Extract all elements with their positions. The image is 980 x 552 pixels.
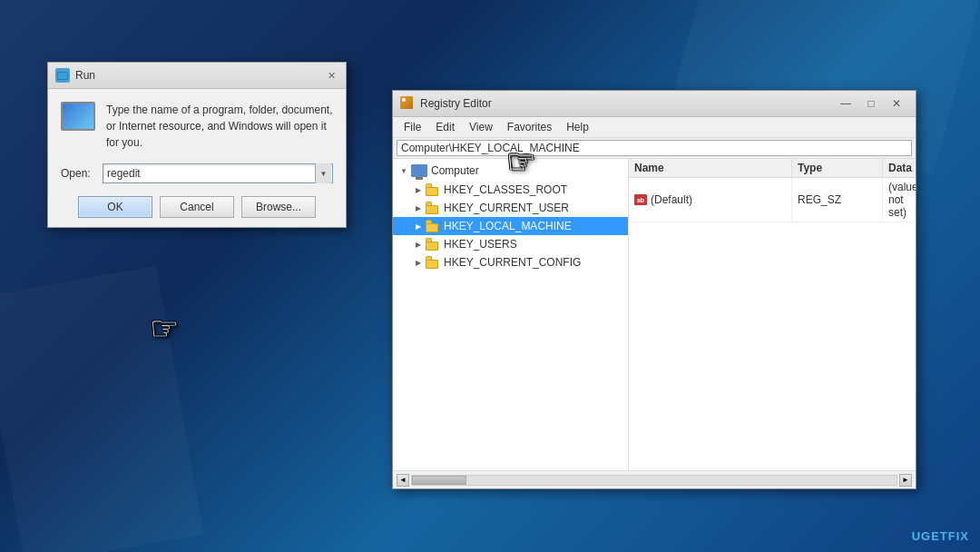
run-dialog-title: Run [75,69,324,82]
values-name-text: (Default) [651,193,692,206]
scrollbar-track[interactable] [411,475,897,486]
computer-expander: ▼ [397,163,411,178]
folder-icon-hkey-users [426,238,440,251]
tree-item-computer[interactable]: ▼ Computer [393,161,628,181]
run-cancel-button[interactable]: Cancel [160,196,234,218]
menu-favorites[interactable]: Favorites [500,119,559,135]
values-header-data[interactable]: Data [883,159,916,177]
run-browse-button[interactable]: Browse... [241,196,316,218]
values-cell-type: REG_SZ [792,178,883,222]
menu-view[interactable]: View [462,119,500,135]
registry-editor-addressbar [393,138,916,159]
registry-editor-icon [400,96,415,111]
run-dialog: Run ✕ Type the name of a program, folder… [47,62,347,228]
watermark-text: GETFIX [921,529,969,543]
run-titlebar: Run ✕ [48,63,346,89]
tree-item-hkey-current-user[interactable]: ▶ HKEY_CURRENT_USER [393,199,628,217]
registry-editor: Registry Editor — □ ✕ File Edit View Fav… [392,90,916,489]
folder-icon-hkey-current-user [426,202,440,214]
run-open-label: Open: [61,167,95,180]
tree-item-hkey-local-machine[interactable]: ▶ HKEY_LOCAL_MACHINE [393,217,628,235]
horizontal-scrollbar: ◄ ► [397,474,912,487]
tree-label-hkey-users: HKEY_USERS [444,238,517,251]
values-header: Name Type Data [629,159,916,178]
run-close-button[interactable]: ✕ [324,68,338,83]
folder-icon-hkey-local-machine [426,220,440,232]
run-info-text: Type the name of a program, folder, docu… [106,102,333,151]
expander-hkey-local-machine: ▶ [411,219,426,233]
scrollbar-thumb[interactable] [412,476,466,485]
run-input-wrapper: ▼ [103,163,333,183]
tree-label-hkey-classes-root: HKEY_CLASSES_ROOT [444,183,567,196]
tree-item-hkey-users[interactable]: ▶ HKEY_USERS [393,235,628,253]
tree-computer-label: Computer [431,164,479,177]
menu-file[interactable]: File [397,119,428,135]
folder-icon-hkey-current-config [426,256,440,269]
expander-hkey-current-config: ▶ [411,255,426,270]
values-header-name[interactable]: Name [629,159,792,177]
tree-item-hkey-current-config[interactable]: ▶ HKEY_CURRENT_CONFIG [393,253,628,271]
watermark-highlight: U [912,529,921,543]
registry-editor-minimize-button[interactable]: — [834,95,858,112]
table-row: ab (Default) REG_SZ (value not set) [629,178,916,222]
computer-icon [411,164,427,177]
watermark: UGETFIX [912,529,969,543]
tree-label-hkey-local-machine: HKEY_LOCAL_MACHINE [444,220,572,232]
tree-item-hkey-classes-root[interactable]: ▶ HKEY_CLASSES_ROOT [393,181,628,199]
run-open-row: Open: ▼ [61,163,333,183]
registry-editor-statusbar: ◄ ► [393,470,916,488]
run-ok-button[interactable]: OK [78,196,152,218]
menu-help[interactable]: Help [559,119,596,135]
run-dialog-body: Type the name of a program, folder, docu… [48,89,346,227]
registry-editor-window-controls: — □ ✕ [834,95,908,112]
registry-editor-maximize-button[interactable]: □ [859,95,883,112]
registry-values-panel: Name Type Data ab (Default) REG_SZ (valu… [629,159,916,470]
registry-editor-title: Registry Editor [420,97,834,110]
run-info-section: Type the name of a program, folder, docu… [61,102,333,151]
expander-hkey-users: ▶ [411,237,426,251]
expander-hkey-classes-root: ▶ [411,182,426,197]
values-header-type[interactable]: Type [792,159,883,177]
run-dropdown-arrow[interactable]: ▼ [315,163,331,183]
registry-tree-panel: ▼ Computer ▶ HKEY_CLASSES_ROOT ▶ [393,159,629,470]
values-cell-name: ab (Default) [629,178,792,222]
tree-label-hkey-current-user: HKEY_CURRENT_USER [444,202,569,214]
run-input[interactable] [103,163,333,183]
registry-editor-menubar: File Edit View Favorites Help [393,117,916,138]
registry-editor-content: ▼ Computer ▶ HKEY_CLASSES_ROOT ▶ [393,159,916,470]
scroll-left-button[interactable]: ◄ [397,474,409,487]
scroll-right-button[interactable]: ► [899,474,912,487]
expander-hkey-current-user: ▶ [411,201,426,215]
tree-label-hkey-current-config: HKEY_CURRENT_CONFIG [444,256,581,269]
run-buttons: OK Cancel Browse... [61,196,333,218]
registry-editor-address-input[interactable] [397,140,912,156]
folder-icon-hkey-classes-root [426,183,440,196]
run-dialog-icon [55,68,70,83]
values-cell-data: (value not set) [883,178,916,222]
registry-editor-titlebar: Registry Editor — □ ✕ [393,91,916,117]
registry-editor-close-button[interactable]: ✕ [885,95,908,112]
menu-edit[interactable]: Edit [428,119,462,135]
run-info-icon [61,102,97,138]
value-icon: ab [634,194,647,205]
